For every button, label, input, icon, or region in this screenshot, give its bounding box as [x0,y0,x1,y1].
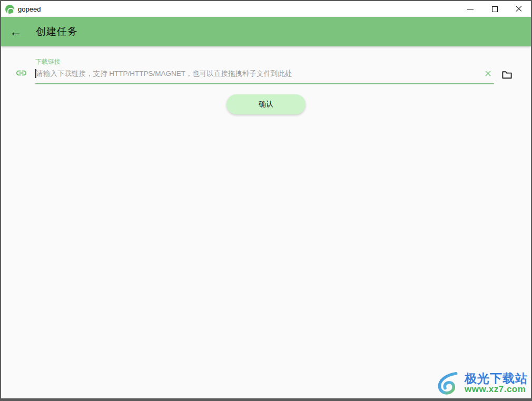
download-link-row: 下载链接 [1,46,531,84]
close-icon [484,69,492,78]
watermark-site-url: www.xz7.com [465,385,528,394]
link-icon [15,66,27,79]
watermark-site-name: 极光下载站 [465,372,528,385]
download-link-field: 下载链接 [35,58,494,84]
confirm-row: 确认 [1,94,531,114]
app-window: gopeed ← 创建任务 下载 [0,0,532,401]
page-title: 创建任务 [36,25,78,38]
app-header: ← 创建任务 [1,17,531,46]
window-title: gopeed [18,5,41,13]
titlebar: gopeed [1,1,531,17]
clear-input-button[interactable] [481,67,494,80]
folder-icon [501,69,513,81]
minimize-button[interactable] [458,1,482,17]
site-watermark: 极光下载站 www.xz7.com [434,369,528,397]
window-controls [458,1,531,17]
maximize-icon [492,6,498,12]
minimize-icon [467,9,474,9]
confirm-button[interactable]: 确认 [226,94,306,114]
input-underline-group [35,65,494,84]
maximize-button[interactable] [482,1,507,17]
watermark-text: 极光下载站 www.xz7.com [465,372,528,394]
back-button[interactable]: ← [1,17,31,46]
content-area: 下载链接 确认 [1,46,531,398]
close-icon [516,6,522,12]
close-button[interactable] [507,1,531,17]
gopeed-logo-icon [5,5,14,14]
download-link-input[interactable] [36,69,478,78]
browse-file-button[interactable] [500,67,514,81]
back-arrow-icon: ← [9,25,22,38]
watermark-swirl-icon [434,369,462,397]
field-label: 下载链接 [35,58,494,65]
